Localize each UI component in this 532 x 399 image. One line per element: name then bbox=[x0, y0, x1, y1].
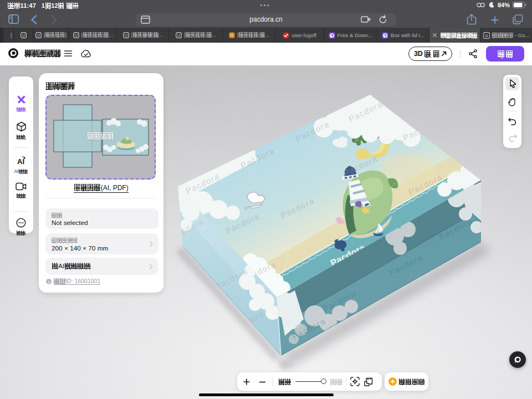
svg-text:U: U bbox=[22, 33, 24, 37]
svg-text:U: U bbox=[75, 33, 78, 37]
svg-text:i: i bbox=[48, 279, 49, 284]
svg-text:G: G bbox=[485, 33, 488, 38]
svg-text:U: U bbox=[177, 33, 180, 37]
svg-text:U: U bbox=[125, 33, 127, 37]
svg-text:U: U bbox=[37, 33, 40, 37]
svg-text:AI: AI bbox=[17, 157, 24, 166]
